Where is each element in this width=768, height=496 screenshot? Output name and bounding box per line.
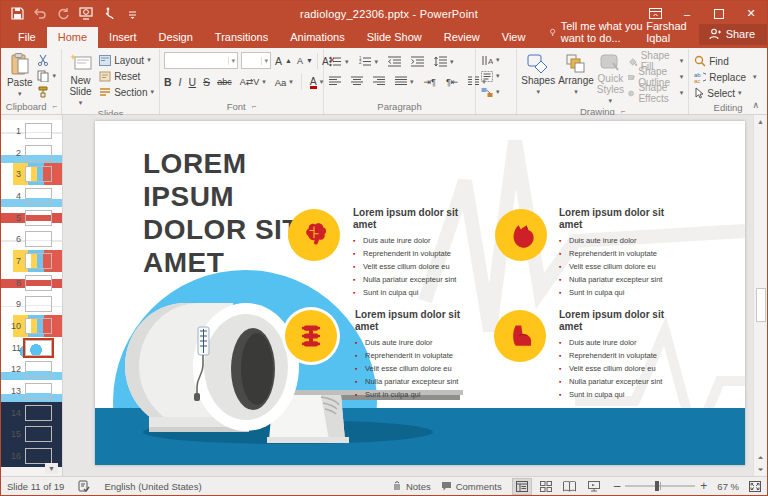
copy-button[interactable]: ▾ — [36, 69, 57, 83]
slide-preview[interactable] — [25, 166, 52, 182]
quick-styles-button[interactable]: Quick Styles▾ — [597, 51, 624, 106]
slide-indicator[interactable]: Slide 11 of 19 — [7, 481, 64, 492]
fit-slide-to-window-icon[interactable] — [749, 481, 761, 492]
character-spacing-button[interactable]: A⇄V▾ — [239, 75, 267, 89]
align-center-button[interactable] — [350, 75, 364, 89]
zoom-slider[interactable] — [625, 485, 695, 487]
align-right-button[interactable] — [372, 75, 386, 89]
shapes-button[interactable]: Shapes▾ — [521, 51, 555, 97]
justify-button[interactable]: ▾ — [394, 75, 415, 89]
customize-qat-icon[interactable] — [125, 7, 139, 21]
convert-to-smartart-button[interactable]: ▾ — [480, 85, 501, 99]
font-name-combobox[interactable]: ▾ — [164, 52, 238, 69]
slide-preview[interactable] — [25, 188, 52, 204]
paste-button[interactable]: Paste▾ — [6, 51, 33, 99]
tell-me-box[interactable]: Tell me what you want to do... — [550, 20, 646, 48]
slide-preview[interactable] — [25, 231, 52, 247]
language-indicator[interactable]: English (United States) — [104, 481, 201, 492]
cut-button[interactable] — [36, 53, 57, 67]
slide-preview[interactable] — [25, 426, 52, 442]
ribbon-tab[interactable]: Insert — [98, 27, 148, 48]
ribbon-tab[interactable]: Review — [433, 27, 491, 48]
ribbon-tab[interactable]: View — [491, 27, 537, 48]
content-block-1[interactable]: Lorem ipsum dolor sit amet Duis aute iru… — [353, 207, 505, 299]
font-color-button[interactable]: A▾ — [309, 75, 325, 89]
ribbon-tab[interactable]: Animations — [279, 27, 355, 48]
slide-preview[interactable] — [25, 361, 52, 377]
undo-icon[interactable] — [33, 7, 47, 21]
reset-button[interactable]: Reset — [98, 69, 155, 83]
slide-thumbnail[interactable]: 7 — [1, 250, 62, 272]
new-slide-button[interactable]: New Slide▾ — [66, 51, 95, 108]
strikethrough-button[interactable]: abc — [217, 77, 232, 87]
clipboard-dialog-launcher-icon[interactable]: ⌐ — [53, 102, 58, 111]
italic-button[interactable]: I — [179, 76, 182, 88]
arrange-button[interactable]: Arrange▾ — [558, 51, 594, 97]
bullets-button[interactable]: ▾ — [328, 55, 350, 69]
align-left-button[interactable] — [328, 75, 342, 89]
slide-thumbnail[interactable]: 15 — [1, 424, 62, 446]
vertical-scrollbar[interactable]: ▲ ⏶ ⏷ — [753, 115, 767, 476]
slide-sorter-view-button[interactable] — [536, 478, 556, 495]
ribbon-tab[interactable]: Design — [148, 27, 204, 48]
zoom-slider-thumb[interactable] — [655, 481, 659, 491]
text-direction-ltr-button[interactable]: ⇥¶ — [423, 75, 437, 89]
align-text-button[interactable]: ▾ — [480, 69, 501, 83]
scroll-up-icon[interactable]: ▲ — [757, 115, 764, 128]
font-size-combobox[interactable]: ▾ — [241, 52, 271, 69]
content-block-2[interactable]: Lorem ipsum dolor sit amet Duis aute iru… — [559, 207, 711, 299]
underline-button[interactable]: U — [189, 76, 197, 88]
text-direction-rtl-button[interactable]: ¶⇤ — [445, 75, 459, 89]
slide-preview[interactable] — [25, 405, 52, 421]
scrollbar-thumb[interactable] — [756, 288, 766, 322]
account-name[interactable]: Farshad Iqbal — [646, 20, 698, 48]
content-block-4[interactable]: Lorem ipsum dolor sit amet Duis aute iru… — [559, 309, 711, 401]
next-slide-icon[interactable]: ⏷ — [758, 466, 764, 474]
text-direction-button[interactable]: A▾ — [480, 53, 501, 67]
slide-preview[interactable] — [25, 383, 52, 399]
zoom-percentage[interactable]: 67 % — [717, 481, 739, 492]
slide-canvas[interactable]: LOREM IPSUM DOLOR SIT AMET Lorem ipsum d… — [95, 121, 745, 465]
slide-preview[interactable] — [25, 318, 52, 334]
previous-slide-icon[interactable]: ⏶ — [758, 454, 764, 462]
slide-thumbnail[interactable]: 10 — [1, 315, 62, 337]
touch-mouse-mode-icon[interactable] — [102, 7, 116, 21]
slide-thumbnail[interactable]: 11 — [1, 337, 62, 359]
shape-effects-button[interactable]: Shape Effects▾ — [627, 86, 684, 100]
slide-preview[interactable] — [25, 145, 52, 161]
slide-thumbnail[interactable]: 4 — [1, 185, 62, 207]
replace-button[interactable]: abacReplace▾ — [693, 70, 757, 84]
brain-icon[interactable] — [288, 209, 340, 261]
bold-button[interactable]: B — [164, 76, 172, 88]
spine-icon[interactable] — [285, 310, 337, 362]
normal-view-button[interactable] — [512, 478, 532, 495]
comments-button[interactable]: Comments — [441, 481, 502, 492]
slide-thumbnail[interactable]: 2 — [1, 142, 62, 164]
thumbnail-scroll-down-icon[interactable]: ▼ — [45, 463, 58, 474]
share-button[interactable]: Share — [699, 24, 767, 45]
find-button[interactable]: Find — [693, 54, 757, 68]
slide-thumbnail[interactable]: 9 — [1, 294, 62, 316]
notes-button[interactable]: Notes — [392, 481, 431, 492]
numbering-button[interactable]: 12▾ — [358, 55, 380, 69]
ribbon-tab[interactable]: Transitions — [204, 27, 279, 48]
slide-preview[interactable] — [25, 275, 52, 291]
slide-thumbnail[interactable]: 12 — [1, 359, 62, 381]
slide-preview[interactable] — [25, 296, 52, 312]
start-from-beginning-icon[interactable] — [79, 7, 93, 21]
format-painter-button[interactable] — [36, 85, 57, 99]
ribbon-tab[interactable]: File — [7, 27, 47, 48]
save-icon[interactable] — [10, 7, 24, 21]
slide-thumbnail[interactable]: 13 — [1, 380, 62, 402]
font-dialog-launcher-icon[interactable]: ⌐ — [252, 102, 257, 111]
increase-indent-button[interactable] — [410, 55, 425, 69]
slide-thumbnail[interactable]: 1 — [1, 120, 62, 142]
slide-preview[interactable] — [25, 448, 52, 464]
decrease-indent-button[interactable] — [387, 55, 402, 69]
increase-font-size-button[interactable]: A▲ — [274, 54, 293, 68]
collapse-ribbon-icon[interactable]: ∧ — [752, 100, 759, 110]
reading-view-button[interactable] — [560, 478, 580, 495]
slide-preview[interactable] — [25, 340, 52, 356]
select-button[interactable]: Select▾ — [693, 86, 757, 100]
slide-thumbnail[interactable]: 3 — [1, 163, 62, 185]
